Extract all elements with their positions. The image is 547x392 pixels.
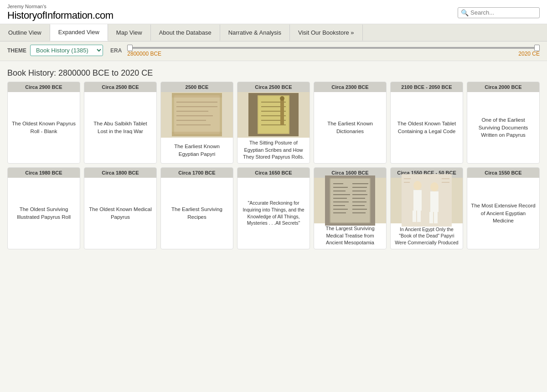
card-title: The Earliest Surviving Recipes: [165, 206, 229, 220]
card-body: The Earliest Surviving Recipes: [161, 178, 233, 249]
nav-narrative[interactable]: Narrative & Analysis: [220, 25, 290, 41]
timeline: 2800000 BCE 2020 CE: [127, 44, 540, 57]
timeline-handle-left[interactable]: [127, 45, 133, 51]
nav-expanded-view[interactable]: Expanded View: [50, 24, 108, 41]
card-body: The Earliest Known Egyptian Papyri: [161, 138, 233, 163]
header: Jeremy Norman's HistoryofInformation.com…: [0, 0, 547, 24]
card-circa-2300-bce[interactable]: Circa 2300 BCE The Earliest Known Dictio…: [314, 82, 387, 164]
card-title: The Oldest Surviving Illustrated Papyrus…: [11, 206, 76, 220]
site-name: Jeremy Norman's HistoryofInformation.com: [7, 4, 114, 22]
timeline-labels: 2800000 BCE 2020 CE: [127, 51, 540, 57]
card-title: The Oldest Known Papyrus Roll - Blank: [11, 120, 76, 134]
card-title: One of the Earliest Surviving Documents …: [471, 116, 536, 138]
svg-rect-8: [172, 93, 222, 98]
card-circa-1980-bce[interactable]: Circa 1980 BCE The Oldest Surviving Illu…: [7, 167, 80, 249]
card-title: "Accurate Reckoning for Inquiring into T…: [241, 200, 306, 227]
search-input[interactable]: [470, 9, 537, 16]
card-date: Circa 2500 BCE: [84, 82, 156, 92]
svg-rect-19: [280, 100, 284, 125]
svg-rect-48: [430, 191, 439, 212]
cards-grid: Circa 2900 BCE The Oldest Known Papyrus …: [0, 82, 547, 257]
svg-rect-1: [174, 95, 220, 134]
card-body: The Abu Salbikh Tablet Lost in the Iraq …: [84, 92, 156, 163]
page-title: Book History: 2800000 BCE to 2020 CE: [0, 61, 547, 82]
card-body: The Largest Surviving Medical Treatise f…: [314, 223, 386, 249]
svg-rect-46: [417, 211, 421, 222]
card-title: The Largest Surviving Medical Treatise f…: [318, 225, 382, 246]
card-date: Circa 1980 BCE: [8, 168, 80, 178]
svg-point-43: [413, 181, 422, 190]
svg-rect-44: [413, 190, 422, 211]
theme-select[interactable]: Book History (1385): [30, 45, 103, 56]
nav-map-view[interactable]: Map View: [108, 25, 151, 41]
card-2500-bce-papyri[interactable]: 2500 BCE The Earliest Known Egyptian Pap…: [160, 82, 233, 164]
card-date: Circa 1800 BCE: [84, 168, 156, 178]
timeline-handle-right[interactable]: [534, 45, 540, 51]
card-body: The Most Extensive Record of Ancient Egy…: [467, 178, 539, 249]
card-date: 2100 BCE - 2050 BCE: [391, 82, 463, 92]
card-circa-1650-bce[interactable]: Circa 1650 BCE "Accurate Reckoning for I…: [237, 167, 310, 249]
card-title: The Earliest Known Egyptian Papyri: [165, 143, 229, 157]
nav-bookstore[interactable]: Visit Our Bookstore »: [290, 25, 363, 41]
card-circa-2500-bce-scribes[interactable]: Circa 2500 BCE The Sitting Posture of Eg…: [237, 82, 310, 164]
theme-container: THEME Book History (1385): [7, 45, 103, 56]
search-box[interactable]: 🔍: [458, 7, 540, 18]
svg-rect-9: [172, 132, 222, 136]
svg-rect-50: [434, 212, 438, 223]
card-date: Circa 1650 BCE: [237, 168, 310, 178]
card-date: 2500 BCE: [161, 82, 233, 92]
card-circa-2900-bce[interactable]: Circa 2900 BCE The Oldest Known Papyrus …: [7, 82, 80, 164]
card-circa-1550-bce-50bce[interactable]: Circa 1550 BCE - 50 BCE: [390, 167, 463, 249]
card-title: The Oldest Known Tablet Containing a Leg…: [394, 120, 459, 134]
card-circa-2500-bce-abu[interactable]: Circa 2500 BCE The Abu Salbikh Tablet Lo…: [84, 82, 157, 164]
era-bar: THEME Book History (1385) ERA 2800000 BC…: [0, 41, 547, 61]
card-date: Circa 2500 BCE: [237, 82, 310, 92]
card-date: Circa 2900 BCE: [8, 82, 80, 92]
svg-rect-12: [258, 96, 289, 133]
svg-point-20: [280, 96, 284, 101]
card-body: In Ancient Egypt Only the "Book of the D…: [391, 223, 463, 249]
card-circa-2000-bce[interactable]: Circa 2000 BCE One of the Earliest Survi…: [467, 82, 540, 164]
card-circa-1700-bce[interactable]: Circa 1700 BCE The Earliest Surviving Re…: [160, 167, 233, 249]
card-date: Circa 2300 BCE: [314, 82, 386, 92]
era-start-date: 2800000 BCE: [127, 51, 161, 57]
theme-label: THEME: [7, 47, 26, 54]
card-circa-1550-bce[interactable]: Circa 1550 BCE The Most Extensive Record…: [467, 167, 540, 249]
card-body: The Sitting Posture of Egyptian Scribes …: [237, 138, 310, 163]
creator-label: Jeremy Norman's: [7, 4, 114, 10]
svg-rect-45: [413, 211, 416, 222]
svg-rect-49: [429, 212, 433, 223]
search-icon: 🔍: [461, 9, 469, 16]
card-image-egypt-painting: [391, 178, 463, 223]
card-image-clay-tablet: [314, 178, 386, 223]
card-title: In Ancient Egypt Only the "Book of the D…: [394, 226, 459, 246]
timeline-fill: [127, 47, 540, 49]
card-body: The Oldest Surviving Illustrated Papyrus…: [8, 178, 80, 249]
era-label: ERA: [110, 47, 122, 54]
nav-bar: Outline View Expanded View Map View Abou…: [0, 24, 547, 41]
site-title: HistoryofInformation.com: [7, 10, 114, 21]
card-title: The Abu Salbikh Tablet Lost in the Iraq …: [88, 120, 153, 134]
card-body: The Earliest Known Dictionaries: [314, 92, 386, 163]
card-body: The Oldest Known Tablet Containing a Leg…: [391, 92, 463, 163]
card-date: Circa 1700 BCE: [161, 168, 233, 178]
card-circa-1800-bce[interactable]: Circa 1800 BCE The Oldest Known Medical …: [84, 167, 157, 249]
card-title: The Sitting Posture of Egyptian Scribes …: [241, 139, 306, 160]
nav-outline-view[interactable]: Outline View: [0, 25, 50, 41]
svg-point-47: [430, 182, 439, 191]
card-body: The Oldest Known Medical Papyrus: [84, 178, 156, 249]
card-2100-2050-bce[interactable]: 2100 BCE - 2050 BCE The Oldest Known Tab…: [390, 82, 463, 164]
card-circa-1600-bce[interactable]: Circa 1600 BCE: [314, 167, 387, 249]
svg-rect-42: [402, 174, 452, 227]
card-title: The Earliest Known Dictionaries: [318, 120, 382, 134]
card-title: The Oldest Known Medical Papyrus: [88, 206, 153, 220]
card-date: Circa 1550 BCE: [467, 168, 539, 178]
card-body: The Oldest Known Papyrus Roll - Blank: [8, 92, 80, 163]
timeline-track: [127, 47, 540, 49]
card-body: "Accurate Reckoning for Inquiring into T…: [237, 178, 310, 249]
svg-rect-23: [330, 179, 370, 222]
card-image-stone: [237, 92, 310, 138]
card-title: The Most Extensive Record of Ancient Egy…: [471, 202, 536, 224]
nav-about-db[interactable]: About the Database: [151, 25, 220, 41]
era-end-date: 2020 CE: [518, 51, 540, 57]
